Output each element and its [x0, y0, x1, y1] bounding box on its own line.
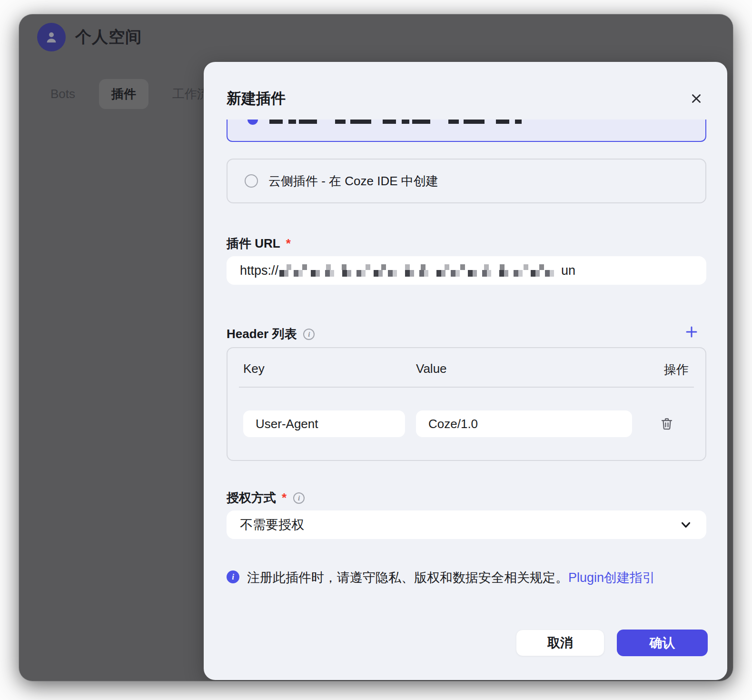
required-asterisk: *: [282, 490, 287, 505]
radio-selected-icon: [247, 120, 258, 125]
plugin-url-label: 插件 URL: [227, 235, 280, 252]
column-header-key: Key: [243, 361, 416, 378]
plugin-url-input[interactable]: https:// un: [227, 256, 706, 285]
auth-selected-value: 不需要授权: [240, 516, 304, 533]
person-icon: [44, 30, 59, 44]
header-list-label-row: Header 列表 i: [227, 326, 315, 342]
modal-header: 新建插件: [227, 89, 704, 109]
tab-bar: Bots 插件 工作流: [38, 79, 222, 109]
redacted-option-text: [269, 120, 522, 124]
radio-option-selected-clipped[interactable]: [227, 120, 706, 142]
radio-option-cloud-ide[interactable]: 云侧插件 - 在 Coze IDE 中创建: [227, 159, 706, 203]
table-header-row: Key Value 操作: [243, 361, 689, 378]
plugin-guide-link[interactable]: Plugin创建指引: [568, 570, 655, 585]
close-button[interactable]: [688, 90, 704, 107]
plus-icon: [684, 325, 699, 339]
option-label: 云侧插件 - 在 Coze IDE 中创建: [268, 173, 438, 190]
chevron-down-icon: [679, 518, 693, 532]
plugin-url-label-row: 插件 URL *: [227, 235, 291, 252]
workspace-header: 个人空间: [37, 23, 142, 51]
modal-footer: 取消 确认: [516, 630, 708, 656]
info-icon[interactable]: i: [303, 329, 315, 340]
confirm-button[interactable]: 确认: [617, 630, 708, 656]
compliance-note: i 注册此插件时，请遵守隐私、版权和数据安全相关规定。Plugin创建指引: [227, 570, 655, 586]
close-icon: [690, 92, 703, 105]
radio-unselected-icon: [245, 174, 258, 188]
modal-title: 新建插件: [227, 89, 286, 109]
note-text: 注册此插件时，请遵守隐私、版权和数据安全相关规定。: [247, 570, 568, 585]
header-value-input[interactable]: Coze/1.0: [416, 410, 632, 437]
trash-icon: [660, 417, 674, 431]
redacted-url-text: [279, 264, 560, 277]
tab-plugins[interactable]: 插件: [99, 79, 148, 109]
auth-method-select[interactable]: 不需要授权: [227, 510, 706, 539]
tab-bots[interactable]: Bots: [38, 80, 88, 108]
column-header-value: Value: [416, 361, 660, 378]
header-key-input[interactable]: User-Agent: [243, 410, 405, 437]
delete-header-button[interactable]: [660, 417, 674, 431]
auth-label-row: 授权方式 * i: [227, 490, 305, 506]
page-title: 个人空间: [75, 26, 142, 48]
add-header-button[interactable]: [684, 325, 699, 339]
cancel-button[interactable]: 取消: [516, 630, 604, 656]
app-window: 个人空间 Bots 插件 工作流 新建插件 云侧插件 - 在 Coze IDE …: [19, 14, 733, 681]
info-icon[interactable]: i: [293, 492, 305, 504]
header-list-table: Key Value 操作 User-Agent Coze/1.0: [227, 347, 706, 461]
info-filled-icon: i: [227, 570, 239, 583]
required-asterisk: *: [286, 236, 291, 251]
workspace-avatar[interactable]: [37, 23, 66, 51]
table-divider: [239, 387, 694, 388]
auth-label: 授权方式: [227, 490, 276, 506]
url-suffix: un: [561, 263, 575, 278]
new-plugin-modal: 新建插件 云侧插件 - 在 Coze IDE 中创建 插件 URL * http…: [204, 62, 727, 680]
column-header-action: 操作: [660, 361, 689, 378]
header-list-label: Header 列表: [227, 326, 297, 342]
url-prefix: https://: [240, 263, 278, 278]
